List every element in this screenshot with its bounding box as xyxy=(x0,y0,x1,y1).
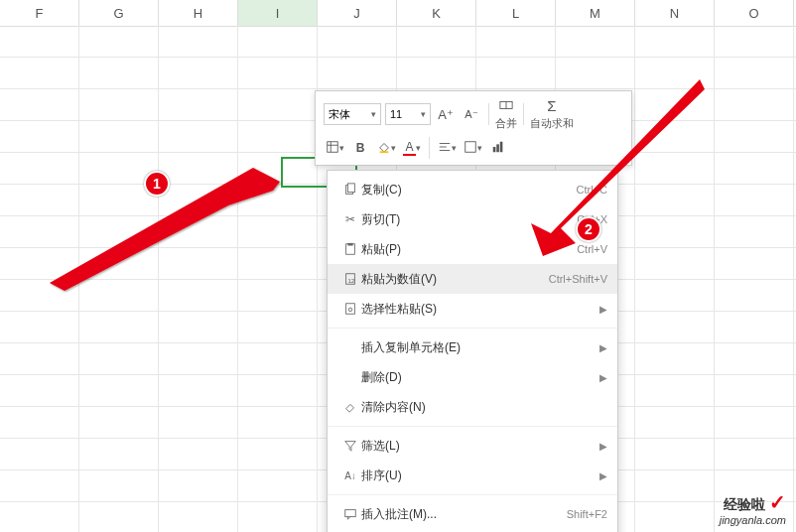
menu-delete[interactable]: 删除(D) ▶ xyxy=(328,362,617,392)
sort-icon: A↓ xyxy=(339,470,361,481)
menu-paste-special[interactable]: 选择性粘贴(S) ▶ xyxy=(328,294,617,324)
menu-label: 粘贴为数值(V) xyxy=(361,271,549,288)
watermark: 经验啦 ✓ jingyanla.com xyxy=(720,490,786,526)
shortcut: Shift+F2 xyxy=(567,508,607,520)
col-header-J[interactable]: J xyxy=(318,0,397,26)
watermark-url: jingyanla.com xyxy=(720,514,786,526)
menu-label: 粘贴(P) xyxy=(361,241,577,258)
font-size-select[interactable]: 11 ▾ xyxy=(385,103,431,125)
copy-icon xyxy=(339,183,361,197)
chevron-right-icon: ▶ xyxy=(599,342,607,353)
col-header-O[interactable]: O xyxy=(715,0,794,26)
paste-values-icon: 12 xyxy=(339,272,361,286)
font-size: 11 xyxy=(390,108,402,120)
col-header-M[interactable]: M xyxy=(556,0,635,26)
svg-rect-19 xyxy=(346,304,355,315)
svg-rect-5 xyxy=(379,151,388,153)
bold-button[interactable]: B xyxy=(349,137,371,159)
chevron-right-icon: ▶ xyxy=(599,470,607,481)
menu-insert-comment[interactable]: 插入批注(M)... Shift+F2 xyxy=(328,499,617,529)
font-color-button[interactable]: A ▾ xyxy=(401,137,423,159)
menu-sort[interactable]: A↓ 排序(U) ▶ xyxy=(328,461,617,490)
svg-rect-16 xyxy=(347,243,352,246)
column-headers: F G H I J K L M N O xyxy=(0,0,796,27)
paste-icon xyxy=(339,242,361,256)
filter-icon xyxy=(339,439,361,453)
merge-label: 合并 xyxy=(495,116,517,131)
menu-copy[interactable]: 复制(C) Ctrl+C xyxy=(328,175,617,204)
menu-label: 复制(C) xyxy=(361,182,577,199)
svg-rect-2 xyxy=(327,141,337,152)
chevron-right-icon: ▶ xyxy=(599,304,607,315)
svg-rect-11 xyxy=(496,144,499,152)
bucket-icon xyxy=(377,140,391,157)
chevron-down-icon: ▾ xyxy=(371,109,376,119)
svg-text:12: 12 xyxy=(347,277,354,284)
align-button[interactable]: ▾ xyxy=(436,137,458,159)
svg-point-20 xyxy=(348,308,352,312)
col-header-N[interactable]: N xyxy=(635,0,715,26)
decrease-font-button[interactable]: A⁻ xyxy=(461,103,482,125)
menu-label: 选择性粘贴(S) xyxy=(361,301,592,318)
merge-button[interactable]: 合并 xyxy=(495,98,517,131)
align-icon xyxy=(438,140,452,157)
menu-label: 插入复制单元格(E) xyxy=(361,339,592,356)
format-menu-button[interactable]: ▾ xyxy=(324,137,345,159)
format-icon xyxy=(326,140,339,157)
menu-label: 剪切(T) xyxy=(361,211,577,228)
font-select[interactable]: 宋体 ▾ xyxy=(324,103,381,125)
eraser-icon xyxy=(339,400,361,414)
menu-label: 插入批注(M)... xyxy=(361,506,567,523)
chevron-right-icon: ▶ xyxy=(599,372,607,383)
border-button[interactable]: ▾ xyxy=(462,137,483,159)
badge-1: 1 xyxy=(144,171,170,197)
chevron-down-icon: ▾ xyxy=(339,143,344,153)
chevron-right-icon: ▶ xyxy=(599,441,607,452)
menu-insert-copied[interactable]: 插入复制单元格(E) ▶ xyxy=(328,332,617,362)
menu-label: 排序(U) xyxy=(361,467,592,484)
col-header-L[interactable]: L xyxy=(476,0,556,26)
merge-icon xyxy=(499,98,513,114)
col-header-K[interactable]: K xyxy=(397,0,476,26)
increase-font-button[interactable]: A⁺ xyxy=(435,103,457,125)
chevron-down-icon: ▾ xyxy=(391,143,396,153)
col-header-F[interactable]: F xyxy=(0,0,79,26)
chart-icon xyxy=(491,140,505,157)
font-name: 宋体 xyxy=(329,107,350,122)
menu-paste-as-values[interactable]: 12 粘贴为数值(V) Ctrl+Shift+V xyxy=(328,264,617,294)
menu-clear[interactable]: 清除内容(N) xyxy=(328,392,617,422)
shortcut: Ctrl+Shift+V xyxy=(549,273,607,285)
border-icon xyxy=(464,140,477,157)
context-menu: 复制(C) Ctrl+C ✂ 剪切(T) Ctrl+X 粘贴(P) Ctrl+V… xyxy=(327,170,618,532)
svg-rect-12 xyxy=(500,141,503,152)
chevron-down-icon: ▾ xyxy=(477,143,482,153)
menu-label: 清除内容(N) xyxy=(361,399,607,416)
shortcut: Ctrl+C xyxy=(577,184,607,196)
column-chart-button[interactable] xyxy=(487,137,509,159)
svg-rect-9 xyxy=(464,141,475,152)
fill-color-button[interactable]: ▾ xyxy=(375,137,397,159)
check-icon: ✓ xyxy=(769,491,786,513)
menu-filter[interactable]: 筛选(L) ▶ xyxy=(328,431,617,461)
badge-2: 2 xyxy=(576,216,601,242)
comment-icon xyxy=(339,507,361,521)
menu-cut[interactable]: ✂ 剪切(T) Ctrl+X xyxy=(328,204,617,234)
chevron-down-icon: ▾ xyxy=(416,143,421,153)
sum-label: 自动求和 xyxy=(530,116,574,131)
shortcut: Ctrl+V xyxy=(577,243,607,255)
svg-rect-14 xyxy=(347,184,354,193)
col-header-G[interactable]: G xyxy=(79,0,159,26)
mini-toolbar: 宋体 ▾ 11 ▾ A⁺ A⁻ 合并 Σ 自动求和 xyxy=(315,90,632,166)
col-header-I[interactable]: I xyxy=(238,0,318,26)
chevron-down-icon: ▾ xyxy=(421,109,426,119)
svg-rect-21 xyxy=(345,510,356,517)
menu-label: 筛选(L) xyxy=(361,438,592,455)
col-header-H[interactable]: H xyxy=(159,0,238,26)
svg-rect-10 xyxy=(493,147,496,152)
autosum-button[interactable]: Σ 自动求和 xyxy=(530,97,574,131)
chevron-down-icon: ▾ xyxy=(452,143,457,153)
menu-paste[interactable]: 粘贴(P) Ctrl+V xyxy=(328,234,617,264)
cut-icon: ✂ xyxy=(339,212,361,226)
sum-icon: Σ xyxy=(547,97,556,114)
menu-label: 删除(D) xyxy=(361,369,592,386)
